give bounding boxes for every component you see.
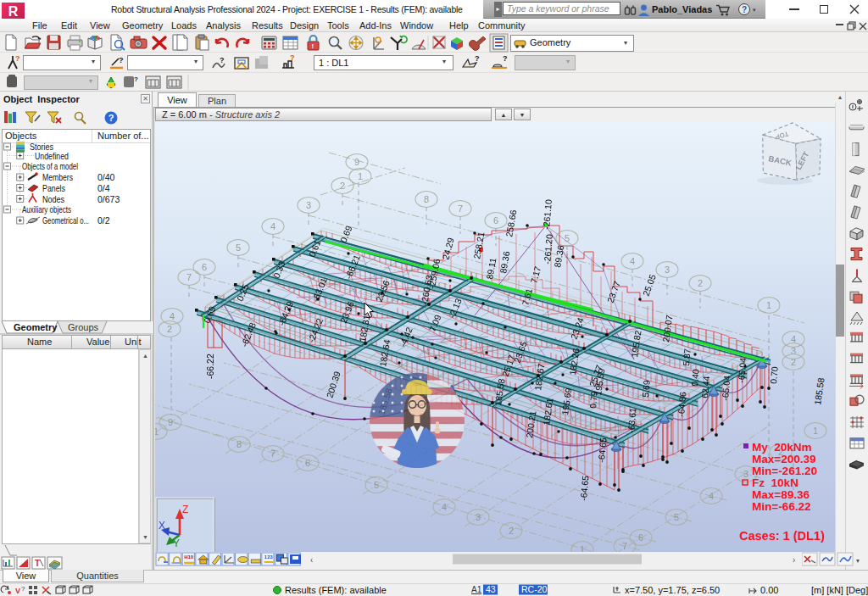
svg-text:9: 9 xyxy=(168,417,173,427)
svg-text:7: 7 xyxy=(186,272,192,282)
svg-text:1: 1 xyxy=(766,300,771,310)
svg-text:0/2: 0/2 xyxy=(97,215,110,226)
svg-text:x=7.50, y=1.75, z=6.50: x=7.50, y=1.75, z=6.50 xyxy=(625,585,720,595)
svg-text:Y: Y xyxy=(173,538,180,549)
svg-text:?: ? xyxy=(21,585,25,593)
svg-text:Max=89.36: Max=89.36 xyxy=(752,488,810,501)
svg-text:6: 6 xyxy=(202,262,207,272)
svg-text:5.87: 5.87 xyxy=(681,348,693,367)
svg-text:3: 3 xyxy=(476,512,481,522)
svg-text:7: 7 xyxy=(622,541,627,551)
svg-text:Fz 10kN: Fz 10kN xyxy=(752,476,798,489)
svg-text:1: 1 xyxy=(155,426,159,437)
svg-text:Geometrical o...: Geometrical o... xyxy=(42,215,89,226)
svg-text:RC-20: RC-20 xyxy=(521,584,548,594)
svg-text:‹: ‹ xyxy=(310,555,313,565)
svg-text:-66.22: -66.22 xyxy=(205,354,215,379)
svg-text:3: 3 xyxy=(665,265,670,275)
svg-text:?: ? xyxy=(220,56,225,64)
svg-text:Undefined: Undefined xyxy=(35,151,69,161)
svg-text:T: T xyxy=(35,559,40,568)
svg-text:0/40: 0/40 xyxy=(97,172,115,182)
svg-text:?: ? xyxy=(119,56,124,64)
svg-text:[m] [kN] [Deg]: [m] [kN] [Deg] xyxy=(811,585,868,595)
svg-text:6: 6 xyxy=(493,215,498,226)
svg-text:4: 4 xyxy=(170,311,175,321)
svg-text:0.00: 0.00 xyxy=(760,585,778,595)
svg-text:4: 4 xyxy=(270,221,275,231)
svg-text:Members: Members xyxy=(42,172,73,182)
svg-text:?: ? xyxy=(290,53,295,62)
svg-text:?: ? xyxy=(503,54,508,63)
svg-text:V: V xyxy=(15,587,20,595)
svg-text:›: › xyxy=(793,555,795,565)
svg-text:?: ? xyxy=(108,113,114,123)
svg-text:!: ! xyxy=(312,42,314,50)
svg-text:7: 7 xyxy=(270,448,275,459)
svg-text:3: 3 xyxy=(306,200,311,210)
svg-text:3: 3 xyxy=(791,346,796,356)
svg-text:Min=-66.22: Min=-66.22 xyxy=(752,500,810,513)
svg-text:6: 6 xyxy=(638,532,643,543)
svg-text:2: 2 xyxy=(509,526,514,536)
svg-text:Geometry: Geometry xyxy=(14,322,58,332)
svg-text:4: 4 xyxy=(442,502,447,512)
svg-text:1: 1 xyxy=(813,426,818,436)
svg-text:?: ? xyxy=(134,75,138,83)
svg-text:2: 2 xyxy=(340,181,345,191)
svg-text:7: 7 xyxy=(458,203,463,214)
svg-text:Auxiliary objects: Auxiliary objects xyxy=(22,204,71,214)
svg-text:H10: H10 xyxy=(184,554,194,560)
svg-text:Z: Z xyxy=(182,504,188,515)
svg-text:Max=200.39: Max=200.39 xyxy=(752,453,815,465)
svg-text:Nodes: Nodes xyxy=(42,194,64,204)
svg-text:0/4: 0/4 xyxy=(97,183,110,193)
svg-text:4: 4 xyxy=(630,256,635,266)
svg-text:9: 9 xyxy=(354,157,359,167)
svg-text:?: ? xyxy=(475,54,480,63)
svg-text:A1: A1 xyxy=(471,585,482,594)
svg-text:0.79: 0.79 xyxy=(587,391,599,409)
svg-text:5: 5 xyxy=(565,233,570,243)
svg-text:5: 5 xyxy=(674,512,679,522)
svg-text:1: 1 xyxy=(358,171,363,181)
svg-text:X: X xyxy=(159,520,165,532)
svg-text:3: 3 xyxy=(743,469,748,479)
svg-text:2: 2 xyxy=(167,324,172,334)
svg-text:Min=-261.20: Min=-261.20 xyxy=(752,465,817,477)
svg-text:Results (FEM): available: Results (FEM): available xyxy=(285,585,387,595)
svg-text:62.44: 62.44 xyxy=(699,376,711,398)
svg-text:6: 6 xyxy=(305,458,310,468)
svg-text:43: 43 xyxy=(486,584,496,594)
svg-text:0/673: 0/673 xyxy=(97,194,120,204)
svg-text:?: ? xyxy=(15,54,20,63)
svg-text:2: 2 xyxy=(698,278,703,288)
svg-text:123: 123 xyxy=(264,554,274,560)
svg-text:8: 8 xyxy=(424,194,429,204)
svg-text:4: 4 xyxy=(709,491,714,501)
svg-text:1: 1 xyxy=(580,544,585,552)
svg-text:Cases: 1 (DL1): Cases: 1 (DL1) xyxy=(739,529,825,543)
svg-text:5: 5 xyxy=(236,242,241,253)
svg-text:5: 5 xyxy=(374,480,379,490)
svg-text:5.69: 5.69 xyxy=(640,380,652,398)
svg-text:8: 8 xyxy=(236,439,242,449)
svg-text:0.70: 0.70 xyxy=(768,366,780,385)
svg-text:Panels: Panels xyxy=(42,183,65,193)
svg-text:▾: ▾ xyxy=(856,557,860,565)
svg-text:0.40: 0.40 xyxy=(689,369,701,387)
svg-text:2: 2 xyxy=(791,357,796,367)
svg-text:My 20kNm: My 20kNm xyxy=(752,441,812,454)
svg-text:Groups: Groups xyxy=(68,322,99,332)
svg-text:Objects of a model: Objects of a model xyxy=(22,161,78,171)
